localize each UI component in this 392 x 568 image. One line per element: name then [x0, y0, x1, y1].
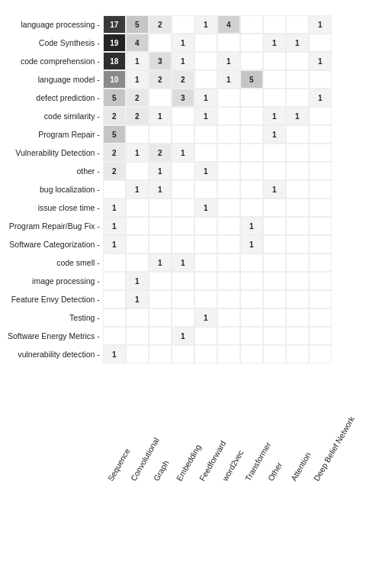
grid-cell — [217, 308, 240, 327]
grid-cell — [309, 235, 332, 253]
grid-cell — [286, 272, 309, 290]
grid-cell — [263, 52, 286, 70]
grid-cell — [149, 34, 172, 52]
grid-row: 221111 — [103, 107, 332, 125]
grid-row: 211 — [103, 162, 332, 180]
grid-cell — [194, 70, 217, 89]
row-label: language model - — [38, 70, 100, 89]
grid-cell: 1 — [240, 235, 263, 253]
grid-cell: 2 — [149, 144, 172, 162]
grid-cell — [194, 345, 217, 363]
grid-cell — [217, 180, 240, 198]
grid-cell: 19 — [103, 34, 126, 52]
grid-cell — [194, 125, 217, 144]
grid-cell: 1 — [126, 144, 149, 162]
grid-cell — [194, 235, 217, 253]
grid-cell — [309, 144, 332, 162]
grid-cell — [217, 107, 240, 125]
grid-cell — [286, 144, 309, 162]
grid-cell — [172, 290, 194, 308]
grid-cell — [194, 217, 217, 235]
row-label: image processing - — [32, 272, 100, 290]
grid-cell: 1 — [126, 180, 149, 198]
grid-cell: 1 — [149, 162, 172, 180]
grid-cell — [149, 198, 172, 217]
row-label: bug localization - — [40, 180, 100, 198]
grid-cell — [240, 308, 263, 327]
row-label: vulnerability detection - — [18, 345, 99, 363]
grid-cell — [309, 162, 332, 180]
grid-row: 2121 — [103, 144, 332, 162]
row-label: code similarity - — [44, 107, 100, 125]
grid-cell: 1 — [263, 125, 286, 144]
grid-cell — [103, 272, 126, 290]
grid-cell — [240, 107, 263, 125]
grid-row: 11 — [103, 235, 332, 253]
grid-cell — [286, 345, 309, 363]
grid-cell — [263, 308, 286, 327]
grid-cell — [263, 198, 286, 217]
grid-cell — [309, 272, 332, 290]
grid-row: 1 — [103, 272, 332, 290]
row-label: language processing - — [21, 15, 99, 34]
grid-cell: 1 — [217, 52, 240, 70]
col-labels: SequenceConvolutionalGraphEmbeddingFeedf… — [103, 363, 332, 486]
grid-row: 51 — [103, 125, 332, 144]
row-label: code comprehension - — [21, 52, 100, 70]
grid-cell — [240, 15, 263, 34]
grid-cell: 1 — [103, 198, 126, 217]
grid-row: 1 — [103, 308, 332, 327]
grid-cell — [149, 327, 172, 345]
grid-cell — [309, 107, 332, 125]
grid-cell: 4 — [126, 34, 149, 52]
grid-cell — [240, 52, 263, 70]
grid-cell: 2 — [103, 107, 126, 125]
grid-row: 11 — [103, 198, 332, 217]
grid-cell: 18 — [103, 52, 126, 70]
col-label: Deep Belief Network — [309, 363, 332, 486]
grid-cell — [286, 162, 309, 180]
grid-cell — [286, 52, 309, 70]
grid-row: 1 — [103, 290, 332, 308]
grid-cell: 1 — [240, 217, 263, 235]
grid-cell: 1 — [103, 235, 126, 253]
grid-cell: 5 — [126, 15, 149, 34]
grid-cell — [309, 217, 332, 235]
grid-cell — [309, 70, 332, 89]
grid-cell: 1 — [126, 70, 149, 89]
grid-cell: 2 — [126, 107, 149, 125]
grid-cell: 2 — [126, 89, 149, 107]
row-labels: language processing -Code Synthesis -cod… — [8, 15, 103, 486]
grid-cell — [263, 217, 286, 235]
grid-cell — [263, 345, 286, 363]
grid-cell — [217, 162, 240, 180]
grid-cell — [263, 162, 286, 180]
grid-cell — [240, 253, 263, 272]
grid-cell — [263, 272, 286, 290]
grid-cell: 1 — [263, 107, 286, 125]
grid-cell — [149, 308, 172, 327]
grid-cell — [172, 235, 194, 253]
grid-cell — [240, 327, 263, 345]
grid-cell: 1 — [286, 107, 309, 125]
grid-row: 1752141 — [103, 15, 332, 34]
grid-cell — [309, 308, 332, 327]
grid-cell: 5 — [103, 125, 126, 144]
col-label: Feedforward — [194, 363, 217, 486]
grid-cell — [286, 125, 309, 144]
grid-cell: 3 — [172, 89, 194, 107]
grid-cell — [263, 235, 286, 253]
row-label: Vulnerability Detection - — [15, 144, 100, 162]
grid-cell: 1 — [149, 107, 172, 125]
grid-cell — [149, 89, 172, 107]
grid-cell: 4 — [217, 15, 240, 34]
grid-cell — [172, 198, 194, 217]
grid-cell — [149, 290, 172, 308]
grid-cell — [240, 89, 263, 107]
grid-cell — [172, 217, 194, 235]
grid-cell — [309, 198, 332, 217]
col-label: Embedding — [172, 363, 194, 486]
grid-cell — [286, 89, 309, 107]
grid-cell — [217, 144, 240, 162]
grid-cell — [240, 290, 263, 308]
